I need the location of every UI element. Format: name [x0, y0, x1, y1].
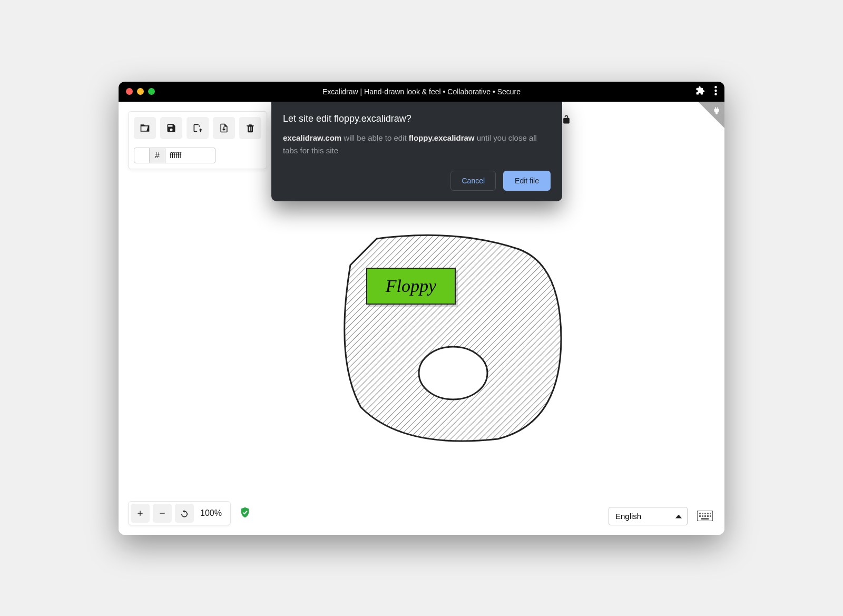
svg-rect-16 [707, 515, 709, 517]
svg-rect-11 [707, 513, 709, 514]
dialog-site: excalidraw.com [283, 133, 341, 142]
floppy-drawing [340, 233, 566, 444]
zoom-controls: 100% [128, 501, 231, 525]
zoom-level[interactable]: 100% [194, 509, 228, 518]
zoom-reset-button[interactable] [175, 504, 194, 523]
zoom-in-button[interactable] [131, 504, 150, 523]
minimize-window-button[interactable] [137, 88, 144, 95]
dialog-title: Let site edit floppy.excalidraw? [283, 113, 551, 124]
encryption-shield-icon[interactable] [239, 506, 251, 520]
svg-rect-18 [701, 518, 709, 520]
svg-rect-14 [702, 515, 703, 517]
titlebar-right [695, 86, 717, 97]
language-select[interactable]: English [609, 507, 688, 525]
close-window-button[interactable] [126, 88, 133, 95]
dialog-text-1: will be able to edit [341, 133, 409, 142]
svg-rect-12 [710, 513, 711, 514]
svg-rect-17 [710, 515, 711, 517]
window-controls [126, 88, 155, 95]
extensions-icon[interactable] [695, 86, 705, 97]
permission-dialog: Let site edit floppy.excalidraw? excalid… [271, 102, 562, 201]
browser-menu-icon[interactable] [714, 86, 717, 97]
cancel-button[interactable]: Cancel [450, 171, 496, 191]
dialog-body: excalidraw.com will be able to edit flop… [283, 132, 551, 157]
app-window: Excalidraw | Hand-drawn look & feel • Co… [119, 82, 724, 535]
keyboard-icon[interactable] [695, 509, 715, 523]
svg-point-6 [419, 347, 487, 399]
zoom-out-button[interactable] [153, 504, 172, 523]
language-label: English [615, 512, 641, 521]
svg-point-2 [714, 93, 717, 95]
svg-rect-10 [704, 513, 706, 514]
app-body: # Flop [119, 102, 724, 535]
svg-rect-9 [702, 513, 703, 514]
svg-rect-8 [699, 513, 701, 514]
bottom-right-bar: English [609, 507, 715, 525]
caret-up-icon [675, 512, 682, 521]
maximize-window-button[interactable] [148, 88, 155, 95]
svg-rect-13 [699, 515, 701, 517]
bottom-left-bar: 100% [128, 501, 251, 525]
svg-rect-15 [704, 515, 706, 517]
dialog-filename: floppy.excalidraw [409, 133, 475, 142]
dialog-actions: Cancel Edit file [283, 171, 551, 191]
titlebar: Excalidraw | Hand-drawn look & feel • Co… [119, 82, 724, 102]
page-title: Excalidraw | Hand-drawn look & feel • Co… [322, 87, 521, 96]
floppy-label: Floppy [366, 268, 456, 305]
edit-file-button[interactable]: Edit file [503, 171, 551, 191]
svg-point-0 [714, 86, 717, 89]
svg-point-1 [714, 89, 717, 92]
